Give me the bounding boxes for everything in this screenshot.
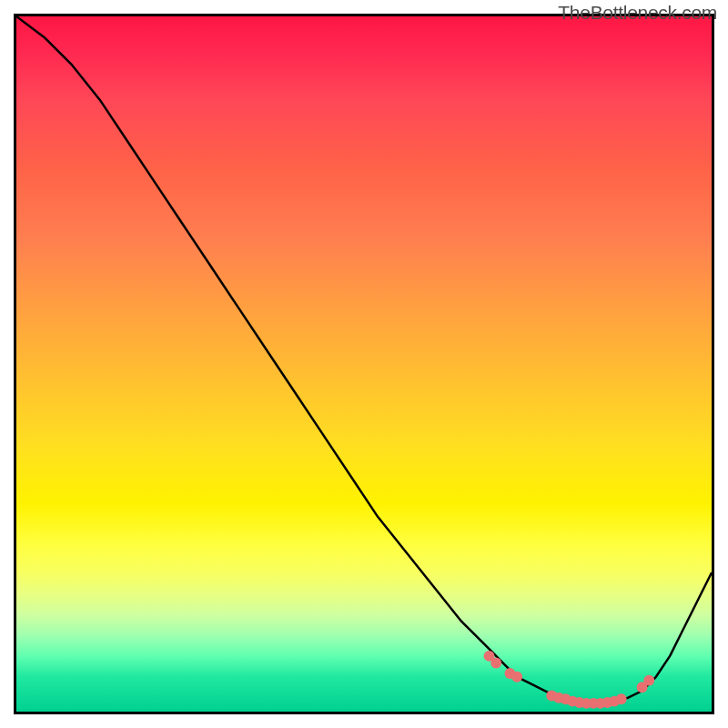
data-marker — [511, 672, 522, 682]
chart-container: TheBottleneck.com — [0, 0, 728, 728]
bottleneck-curve — [16, 16, 712, 703]
data-marker — [643, 675, 654, 686]
curve-svg — [16, 16, 712, 712]
watermark-text: TheBottleneck.com — [558, 2, 717, 24]
plot-area — [14, 14, 714, 714]
data-marker — [616, 693, 627, 704]
data-marker — [490, 658, 501, 669]
